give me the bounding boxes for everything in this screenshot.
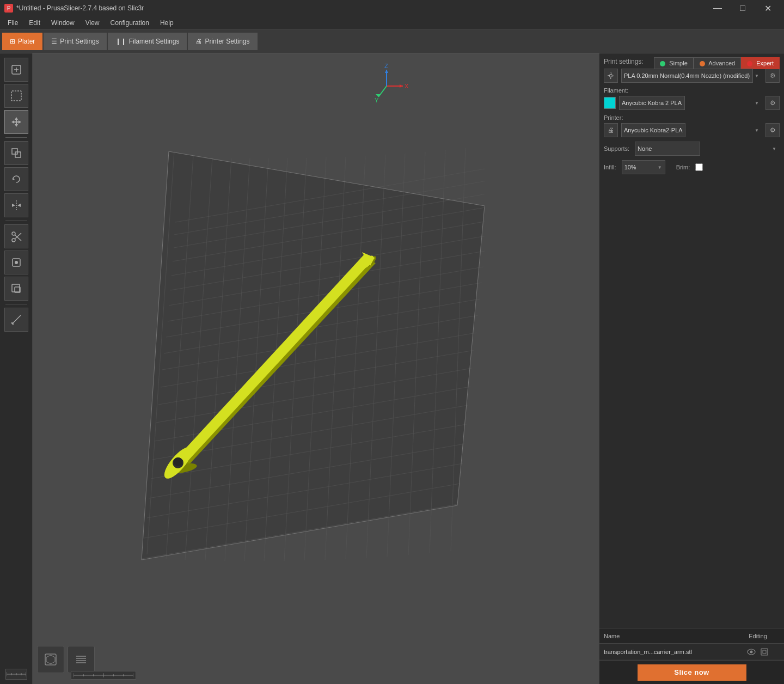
mode-expert-button[interactable]: Expert [741, 57, 780, 69]
svg-point-12 [12, 232, 15, 235]
object-list-body: transportation_m...carrier_arm.stl [599, 644, 784, 660]
filament-edit-btn[interactable]: ⚙ [765, 96, 780, 110]
tool-paint-supports[interactable] [4, 251, 28, 274]
toolbar: ⊞ Plater ☰ Print Settings ❙❙ Filament Se… [0, 29, 784, 53]
svg-text:Y: Y [375, 97, 379, 103]
tool-cut[interactable] [4, 224, 28, 248]
svg-rect-131 [763, 650, 766, 654]
mode-buttons: Simple Advanced Expert [654, 57, 780, 69]
tool-separator-1 [5, 137, 27, 138]
menu-view[interactable]: View [80, 18, 105, 28]
close-button[interactable]: ✕ [756, 0, 780, 16]
svg-marker-9 [12, 204, 15, 207]
plater-icon: ⊞ [10, 38, 15, 45]
filament-color-swatch[interactable] [604, 97, 616, 109]
tool-mirror[interactable] [4, 193, 28, 217]
tab-plater[interactable]: ⊞ Plater [2, 33, 42, 50]
svg-point-129 [750, 650, 753, 653]
object-list-header: Name Editing [599, 628, 784, 644]
scene-canvas: X Y Z [33, 53, 485, 587]
svg-point-127 [610, 75, 612, 77]
brim-checkbox[interactable] [695, 163, 703, 171]
advanced-dot [700, 61, 705, 66]
object-visibility-btn[interactable] [746, 646, 757, 657]
object-name: transportation_m...carrier_arm.stl [604, 649, 736, 655]
tool-select[interactable] [4, 84, 28, 108]
slice-now-button[interactable]: Slice now [638, 664, 746, 681]
print-profile-select[interactable]: PLA 0.20mm Normal(0.4mm Nozzle) (modifie… [621, 69, 753, 83]
titlebar-controls: — □ ✕ [706, 0, 780, 16]
simple-dot [660, 61, 665, 66]
object-actions [736, 646, 780, 657]
window-title: *Untitled - PrusaSlicer-2.7.4 based on S… [16, 4, 144, 12]
menu-help[interactable]: Help [155, 18, 179, 28]
svg-text:Z: Z [384, 63, 388, 69]
settings-panel: Print settings: PLA 0.20mm Normal(0.4mm … [599, 53, 784, 628]
mode-advanced-button[interactable]: Advanced [694, 57, 741, 69]
print-profile-row: PLA 0.20mm Normal(0.4mm Nozzle) (modifie… [604, 69, 780, 83]
table-row[interactable]: transportation_m...carrier_arm.stl [599, 644, 784, 660]
app-icon: P [4, 4, 13, 13]
tool-separator-3 [5, 304, 27, 304]
infill-brim-row: Infill: 10% 15% 20% 25% Brim: [604, 160, 780, 174]
main-layout: X Y Z [0, 53, 784, 684]
supports-row: Supports: None Support on build plate on… [604, 142, 780, 156]
tool-measure[interactable] [4, 308, 28, 332]
printer-icon: 🖨 [604, 123, 618, 137]
menu-edit[interactable]: Edit [23, 18, 46, 28]
menu-file[interactable]: File [2, 18, 23, 28]
printer-profile-select[interactable]: Anycubic Kobra2-PLA [621, 123, 685, 137]
col-name-header: Name [604, 633, 736, 639]
view-3d-button[interactable] [37, 646, 64, 673]
print-profile-icon[interactable] [604, 69, 618, 83]
printer-label: Printer: [604, 114, 780, 121]
view-layers-button[interactable] [68, 646, 95, 673]
viewport[interactable]: X Y Z [33, 53, 599, 684]
supports-select[interactable]: None Support on build plate only For sup… [635, 142, 700, 156]
svg-text:X: X [405, 83, 409, 89]
tab-print-settings[interactable]: ☰ Print Settings [44, 33, 106, 50]
menubar: File Edit Window View Configuration Help [0, 16, 784, 29]
tab-printer-settings[interactable]: 🖨 Printer Settings [188, 33, 257, 50]
print-profile-edit-btn[interactable]: ⚙ [765, 69, 780, 83]
filament-row: Anycubic Kobra 2 PLA ⚙ [604, 96, 780, 110]
filament-label: Filament: [604, 87, 780, 94]
tool-seam[interactable] [4, 277, 28, 301]
viewport-bottom-left [37, 646, 95, 673]
tab-filament-settings[interactable]: ❙❙ Filament Settings [108, 33, 187, 50]
svg-rect-5 [12, 149, 17, 154]
mode-simple-button[interactable]: Simple [654, 57, 694, 69]
printer-edit-btn[interactable]: ⚙ [765, 123, 780, 137]
svg-point-16 [15, 261, 18, 264]
svg-rect-130 [761, 649, 768, 655]
right-panel: Print settings: PLA 0.20mm Normal(0.4mm … [599, 53, 784, 684]
titlebar: P *Untitled - PrusaSlicer-2.7.4 based on… [0, 0, 784, 16]
svg-rect-113 [45, 654, 56, 665]
titlebar-left: P *Untitled - PrusaSlicer-2.7.4 based on… [4, 4, 144, 13]
ruler-indicator [5, 669, 27, 680]
filament-settings-icon: ❙❙ [115, 38, 126, 45]
minimize-button[interactable]: — [706, 0, 730, 16]
left-tools-panel [0, 53, 33, 684]
infill-select[interactable]: 10% 15% 20% 25% [622, 160, 665, 174]
menu-configuration[interactable]: Configuration [105, 18, 155, 28]
tool-move[interactable] [4, 110, 28, 134]
tool-separator-2 [5, 221, 27, 221]
printer-settings-icon: 🖨 [195, 38, 202, 45]
object-edit-btn[interactable] [759, 646, 770, 657]
maximize-button[interactable]: □ [731, 0, 755, 16]
svg-marker-4 [11, 117, 21, 127]
col-editing-header: Editing [736, 633, 780, 639]
tool-rotate[interactable] [4, 167, 28, 191]
brim-label: Brim: [676, 164, 690, 170]
tool-add-part[interactable] [4, 58, 28, 82]
svg-rect-17 [12, 284, 20, 292]
menu-window[interactable]: Window [46, 18, 80, 28]
print-settings-icon: ☰ [51, 38, 57, 45]
expert-dot [747, 61, 752, 66]
tool-scale[interactable] [4, 141, 28, 165]
svg-line-19 [12, 315, 21, 324]
filament-profile-select[interactable]: Anycubic Kobra 2 PLA [619, 96, 685, 110]
object-list: Name Editing transportation_m...carrier_… [599, 628, 784, 660]
svg-marker-59 [142, 151, 485, 560]
